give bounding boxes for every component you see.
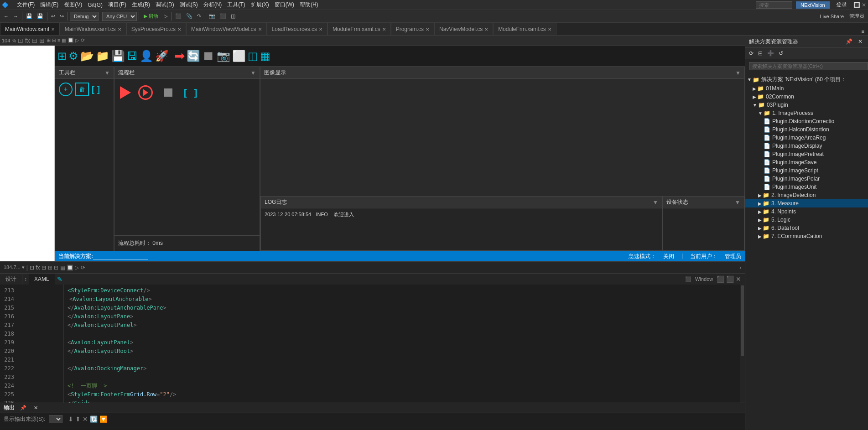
se-add-btn[interactable]: ➕ bbox=[765, 49, 776, 57]
tree-03plugin[interactable]: ▼ 📁 03Plugin bbox=[745, 101, 868, 109]
tab-close[interactable]: ✕ bbox=[426, 27, 429, 32]
breakpoint-btn[interactable]: ⬛ bbox=[173, 12, 183, 20]
cpu-select[interactable]: Any CPU bbox=[102, 12, 137, 21]
tab-close[interactable]: ✕ bbox=[548, 27, 551, 32]
icon-terminal[interactable]: ⬜ bbox=[232, 50, 246, 62]
tree-measure[interactable]: ▶ 📁 3. Measure bbox=[745, 199, 868, 207]
tree-plugin-distortion[interactable]: 📄 Plugin.DistortionCorrectio bbox=[745, 117, 868, 125]
tab-mainwindowvm[interactable]: MainWindowViewModel.cs ✕ bbox=[186, 23, 267, 35]
tree-plugin-save[interactable]: 📄 Plugin.ImageSave bbox=[745, 158, 868, 166]
menu-test[interactable]: 测试(S) bbox=[177, 0, 201, 10]
output-source-select[interactable] bbox=[49, 415, 62, 423]
tab-sysprocess[interactable]: SysProcessPro.cs ✕ bbox=[126, 23, 186, 35]
attach-btn[interactable]: 📎 bbox=[184, 12, 194, 20]
camera-btn[interactable]: 📷 bbox=[207, 12, 217, 20]
tab-design[interactable]: 设计 bbox=[0, 274, 22, 285]
tree-datatool[interactable]: ▶ 📁 6. DataTool bbox=[745, 224, 868, 232]
undo-btn[interactable]: ↩ bbox=[49, 12, 57, 20]
menu-project[interactable]: 项目(P) bbox=[105, 0, 129, 10]
icon-rocket[interactable]: 🚀 bbox=[155, 50, 169, 62]
code-scrollbar[interactable] bbox=[740, 285, 745, 403]
process-collapse[interactable]: ▼ bbox=[250, 70, 256, 76]
tab-mainwindow-cs[interactable]: MainWindow.xaml.cs ✕ bbox=[60, 23, 126, 35]
tree-plugin-pretreat[interactable]: 📄 Plugin.ImagePretreat bbox=[745, 150, 868, 158]
icon-folder-add[interactable]: 📂 bbox=[80, 50, 94, 62]
stop-btn[interactable] bbox=[160, 84, 177, 101]
tab-close[interactable]: ✕ bbox=[51, 27, 55, 32]
menu-edit[interactable]: 编辑(E) bbox=[37, 0, 61, 10]
tree-logic[interactable]: ▶ 📁 5. Logic bbox=[745, 216, 868, 224]
tab-close[interactable]: ✕ bbox=[319, 27, 322, 32]
run-btn[interactable]: ▷ bbox=[162, 12, 169, 20]
se-refresh-btn[interactable]: ↺ bbox=[777, 49, 785, 57]
tree-imageprocess[interactable]: ▼ 📁 1. ImageProcess bbox=[745, 109, 868, 117]
icon-save2[interactable]: 🖫 bbox=[127, 50, 138, 62]
tree-npoints[interactable]: ▶ 📁 4. Npoints bbox=[745, 207, 868, 216]
menu-extensions[interactable]: 扩展(X) bbox=[248, 0, 272, 10]
delete-button[interactable]: 🗑 bbox=[75, 83, 89, 96]
debug-select[interactable]: Debug bbox=[70, 12, 99, 21]
se-filter-btn[interactable]: ⊟ bbox=[756, 49, 764, 57]
save-all-btn[interactable]: 💾 bbox=[35, 12, 45, 20]
back-btn[interactable]: ← bbox=[2, 13, 10, 20]
add-button[interactable]: + bbox=[59, 83, 73, 96]
tree-01main[interactable]: ▶ 📁 01Main bbox=[745, 84, 868, 93]
code-lines[interactable]: <StyleFrm:DeviceConnect /> <Avalon:Layou… bbox=[64, 285, 740, 403]
tab-close[interactable]: ✕ bbox=[382, 27, 386, 32]
forward-btn[interactable]: → bbox=[11, 13, 20, 20]
menu-file[interactable]: 文件(F) bbox=[14, 0, 37, 10]
tab-overflow-btn[interactable]: ≡ bbox=[860, 28, 866, 35]
tab-program[interactable]: Program.cs ✕ bbox=[391, 23, 434, 35]
tab-loadresources[interactable]: LoadResources.cs ✕ bbox=[267, 23, 327, 35]
bracket-open[interactable]: [ bbox=[92, 85, 94, 94]
tree-plugin-areareg[interactable]: 📄 Plugin.ImageAreaReg bbox=[745, 134, 868, 142]
tree-plugin-display[interactable]: 📄 Plugin.ImageDisplay bbox=[745, 142, 868, 150]
log-collapse[interactable]: ▼ bbox=[653, 199, 658, 206]
tree-ecommunacation[interactable]: ▶ 📁 7. ECommunaCation bbox=[745, 232, 868, 240]
menu-analyze[interactable]: 分析(N) bbox=[201, 0, 225, 10]
image-collapse[interactable]: ▼ bbox=[735, 70, 741, 76]
loop-play-btn[interactable] bbox=[138, 85, 153, 100]
tree-plugin-halcon[interactable]: 📄 Plugin.HalconDistortion bbox=[745, 125, 868, 134]
menu-window[interactable]: 窗口(W) bbox=[272, 0, 297, 10]
menu-view[interactable]: 视图(V) bbox=[61, 0, 85, 10]
icon-panel[interactable]: ▦ bbox=[260, 50, 270, 62]
icon-grid[interactable]: ⊞ bbox=[57, 50, 67, 62]
play-btn[interactable] bbox=[120, 86, 131, 99]
icon-settings[interactable]: ⚙ bbox=[68, 50, 78, 62]
proc-bracket-open[interactable]: [ bbox=[184, 88, 187, 98]
menu-build[interactable]: 生成(B) bbox=[129, 0, 153, 10]
menu-help[interactable]: 帮助(H) bbox=[297, 0, 321, 10]
terminal-btn[interactable]: ⬛ bbox=[218, 12, 228, 20]
tree-plugin-unit[interactable]: 📄 Plugin.ImagesUnit bbox=[745, 183, 868, 191]
tab-mainwindow-xaml[interactable]: MainWindow.xaml ✕ bbox=[0, 23, 60, 35]
panel-btn[interactable]: ◫ bbox=[229, 12, 237, 20]
tab-close[interactable]: ✕ bbox=[177, 27, 181, 32]
save-btn[interactable]: 💾 bbox=[24, 12, 34, 20]
icon-stop[interactable]: ⏹ bbox=[202, 48, 215, 63]
start-btn[interactable]: ▶ 启动 bbox=[141, 12, 161, 21]
se-search-input[interactable] bbox=[749, 62, 868, 70]
tree-solution[interactable]: ▼ 📁 解决方案 'NExtVision' (60 个项目： bbox=[745, 75, 868, 84]
menu-tools[interactable]: 工具(T) bbox=[224, 0, 248, 10]
tab-xaml[interactable]: XAML bbox=[29, 274, 55, 285]
menu-git[interactable]: Git(G) bbox=[85, 1, 105, 9]
output-pin-btn[interactable]: 📌 bbox=[18, 404, 28, 412]
icon-user[interactable]: 👤 bbox=[140, 50, 153, 62]
live-share-btn[interactable]: Live Share bbox=[818, 13, 846, 20]
se-sync-btn[interactable]: ⟳ bbox=[747, 49, 755, 57]
solution-input[interactable] bbox=[93, 253, 148, 260]
tab-modulefrm-xaml-cs[interactable]: ModuleFrm.xaml.cs ✕ bbox=[327, 23, 391, 35]
scroll-thumb[interactable] bbox=[741, 285, 744, 356]
tab-close[interactable]: ✕ bbox=[118, 27, 121, 32]
icon-folder[interactable]: 📁 bbox=[96, 50, 109, 62]
toolbox-collapse[interactable]: ▼ bbox=[104, 70, 110, 76]
output-close-btn[interactable]: ✕ bbox=[32, 404, 40, 412]
tab-close[interactable]: ✕ bbox=[484, 27, 488, 32]
tree-plugin-polar[interactable]: 📄 Plugin.ImagesPolar bbox=[745, 175, 868, 183]
redo-btn[interactable]: ↪ bbox=[58, 12, 66, 20]
se-pin-btn[interactable]: 📌 bbox=[844, 37, 854, 46]
search-input[interactable] bbox=[756, 1, 792, 9]
icon-camera[interactable]: 📷 bbox=[217, 50, 230, 62]
tree-plugin-script[interactable]: 📄 Plugin.ImageScript bbox=[745, 166, 868, 175]
